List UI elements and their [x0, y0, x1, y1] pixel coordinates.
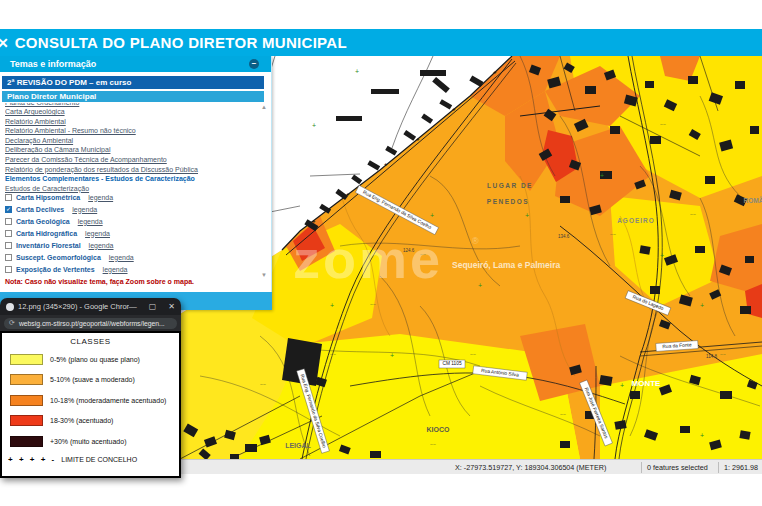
svg-text:+: +	[430, 212, 434, 219]
watermark-reg-icon: ®	[472, 236, 479, 246]
legenda-link[interactable]: legenda	[85, 230, 110, 237]
pdm-section-bar[interactable]: Plano Diretor Municipal	[2, 91, 264, 102]
layer-row-geologica: Carta Geológica legenda	[5, 215, 260, 227]
url-field[interactable]: ⟳ websig.cm-stirso.pt/geoportal//webform…	[4, 318, 177, 329]
cursor-coordinates: X: -27973.519727, Y: 189304.306504 (METE…	[455, 463, 606, 472]
legend-row: 5-10% (suave a moderado)	[2, 370, 179, 391]
swatch-30plus	[10, 436, 43, 447]
layer-row-hidrografica: Carta Hidrográfica legenda	[5, 227, 260, 239]
label-monte: MONTE	[632, 379, 662, 388]
svg-text:+: +	[525, 212, 529, 219]
checkbox-hidrografica[interactable]	[5, 230, 12, 237]
link-relatorio-ambiental[interactable]: Relatório Ambiental	[5, 117, 255, 127]
svg-text:+: +	[493, 69, 497, 75]
legenda-link[interactable]: legenda	[89, 242, 114, 249]
panel-titlebar: Temas e informação −	[0, 56, 271, 72]
svg-text:~~: ~~	[470, 351, 476, 357]
svg-text:~~: ~~	[330, 351, 336, 357]
link-resumo-nao-tecnico[interactable]: Relatório Ambiental - Resumo não técnico	[5, 126, 255, 136]
svg-text:~~: ~~	[720, 351, 726, 357]
layer-row-vertentes: Exposição de Vertentes legenda	[5, 263, 260, 275]
legend-row: 10-18% (moderadamente acentuado)	[2, 390, 179, 411]
svg-text:+: +	[355, 68, 359, 75]
checkbox-florestal[interactable]	[5, 242, 12, 249]
boundary-symbol: + + + + -	[8, 455, 56, 464]
street-cm1105: CM 1105	[442, 361, 461, 366]
minimize-icon[interactable]: —	[129, 302, 137, 311]
checkbox-hipsometrica[interactable]	[5, 194, 12, 201]
favicon-icon	[6, 303, 14, 311]
link-parecer-comissao[interactable]: Parecer da Comissão Técnica de Acompanha…	[5, 155, 255, 165]
legend-row: +30% (muito acentuado)	[2, 431, 179, 452]
legend-row: 18-30% (acentuado)	[2, 411, 179, 432]
svg-text:+: +	[416, 136, 420, 142]
map-scale: 1: 2961.98	[724, 463, 758, 472]
popup-titlebar[interactable]: 12.png (345×290) - Google Chrome — ▢ ✕	[0, 298, 181, 315]
scroll-down-icon[interactable]: ▼	[261, 272, 267, 278]
svg-text:+: +	[390, 352, 394, 359]
checkbox-declives[interactable]	[5, 206, 12, 213]
label-leigal: LEIGAL	[285, 442, 311, 449]
svg-text:~~: ~~	[560, 411, 566, 417]
legend-boundary-row: + + + + - LIMITE DE CONCELHO	[2, 452, 179, 468]
features-selected: 0 features selected	[647, 463, 708, 472]
address-bar: ⟳ websig.cm-stirso.pt/geoportal//webform…	[0, 315, 181, 331]
checkbox-vertentes[interactable]	[5, 266, 12, 273]
reload-icon[interactable]: ⟳	[9, 319, 15, 327]
window-controls: — ▢ ✕	[129, 302, 175, 311]
legenda-link[interactable]: legenda	[72, 206, 97, 213]
svg-text:+: +	[478, 282, 482, 289]
revision-bar[interactable]: 2ª REVISÃO DO PDM – em curso	[2, 76, 264, 89]
legend-row: 0-5% (plano ou quase plano)	[2, 349, 179, 370]
maximize-icon[interactable]: ▢	[149, 302, 157, 311]
popup-window-title: 12.png (345×290) - Google Chrome	[18, 302, 129, 311]
swatch-5-10	[10, 374, 43, 385]
checkbox-geomorfologica[interactable]	[5, 254, 12, 261]
svg-text:+: +	[384, 161, 388, 167]
svg-text:~~: ~~	[690, 211, 696, 217]
map-attribution: Sequeiró, Lama e Palmeira	[452, 260, 560, 270]
link-deliberacao-camara[interactable]: Deliberação da Câmara Municipal	[5, 145, 255, 155]
legend-content: CLASSES 0-5% (plano ou quase plano) 5-10…	[0, 331, 181, 478]
layer-row-geomorfologica: Suscept. Geomorfológica legenda	[5, 251, 260, 263]
svg-text:~~: ~~	[610, 231, 616, 237]
screenshot-root: ✕ CONSULTA DO PLANO DIRETOR MUNICIPAL	[0, 0, 762, 506]
watermark-text: zome	[293, 229, 443, 289]
label-penedos: PENEDOS	[487, 198, 529, 205]
swatch-18-30	[10, 415, 43, 426]
svg-text:~~: ~~	[370, 301, 376, 307]
svg-text:114.8: 114.8	[706, 354, 717, 359]
close-icon[interactable]: ✕	[0, 35, 9, 51]
layer-row-declives: Carta Declives legenda	[5, 203, 260, 215]
collapse-panel-button[interactable]: −	[249, 59, 259, 69]
layer-toggle-list: Carta Hipsométrica legenda Carta Declive…	[5, 191, 260, 275]
scroll-up-icon[interactable]: ▲	[261, 104, 267, 110]
close-icon[interactable]: ✕	[168, 302, 175, 311]
svg-text:124.6: 124.6	[403, 248, 415, 253]
checkbox-geologica[interactable]	[5, 218, 12, 225]
legenda-link[interactable]: legenda	[78, 218, 103, 225]
legenda-link[interactable]: legenda	[88, 194, 113, 201]
app-header: ✕ CONSULTA DO PLANO DIRETOR MUNICIPAL	[0, 29, 762, 56]
link-declaracao-ambiental[interactable]: Declaração Ambiental	[5, 136, 255, 146]
subsection-header: Elementos Complementares - Estudos de Ca…	[5, 174, 255, 184]
link-relatorio-ponderacao[interactable]: Relatório de ponderação dos resultados d…	[5, 165, 255, 175]
swatch-0-5	[10, 354, 43, 365]
link-carta-arqueologica[interactable]: Carta Arqueológica	[5, 107, 255, 117]
legend-popup-window: 12.png (345×290) - Google Chrome — ▢ ✕ ⟳…	[0, 298, 181, 478]
document-links: Planta de Ordenamento Carta Arqueológica…	[5, 103, 255, 193]
page-title: CONSULTA DO PLANO DIRETOR MUNICIPAL	[15, 34, 347, 51]
url-text: websig.cm-stirso.pt/geoportal//webforms/…	[19, 320, 165, 327]
svg-text:134.6: 134.6	[558, 234, 570, 239]
svg-text:+: +	[600, 172, 604, 179]
svg-text:+: +	[700, 432, 704, 439]
legenda-link[interactable]: legenda	[109, 254, 134, 261]
layer-row-florestal: Inventário Florestal legenda	[5, 239, 260, 251]
label-kioco: KIOCO	[427, 426, 451, 433]
legenda-link[interactable]: legenda	[103, 266, 128, 273]
svg-text:+: +	[620, 382, 624, 389]
svg-text:+: +	[452, 106, 456, 112]
svg-text:+: +	[660, 252, 664, 259]
svg-text:+: +	[312, 122, 316, 129]
svg-text:~~: ~~	[660, 121, 666, 127]
